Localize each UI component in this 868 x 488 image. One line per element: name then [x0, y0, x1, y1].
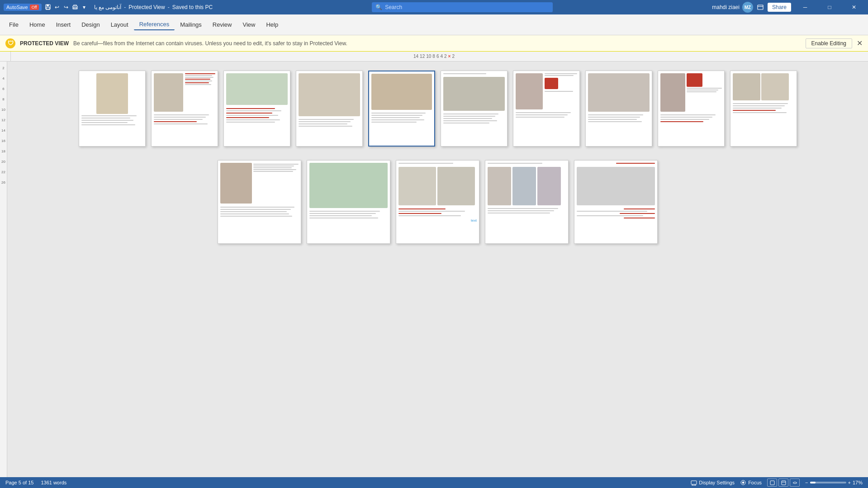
left-ruler: 2 4 6 8 10 12 14 16 18 20 22 26 — [0, 62, 7, 477]
page-thumb-9[interactable] — [658, 71, 725, 147]
user-avatar[interactable]: MZ — [742, 2, 753, 13]
protected-message: Be careful—files from the Internet can c… — [73, 40, 801, 47]
page-thumb-2[interactable] — [151, 71, 218, 147]
share-button[interactable]: Share — [768, 3, 791, 12]
user-name: mahdi ziaei — [712, 4, 740, 10]
separator2: - — [168, 4, 170, 10]
view-buttons — [767, 479, 800, 487]
page-row-1 — [79, 71, 797, 147]
page-thumb-10[interactable] — [730, 71, 797, 147]
tab-home[interactable]: Home — [24, 19, 51, 30]
page-thumb-1[interactable] — [79, 71, 146, 147]
ruler-mark: 2 — [444, 54, 447, 59]
print-preview-icon[interactable] — [71, 4, 79, 11]
ribbon: File Home Insert Design Layout Reference… — [0, 14, 868, 35]
page-thumb-13[interactable]: text — [396, 160, 479, 244]
minimize-button[interactable]: ─ — [795, 0, 816, 14]
svg-rect-1 — [47, 5, 49, 6]
ruler-mark: 10 — [426, 54, 431, 59]
focus-btn[interactable]: Focus — [740, 479, 762, 486]
ruler-area: 14 12 10 8 6 4 2 × 2 — [0, 52, 868, 62]
view-mode: Protected View — [128, 4, 165, 10]
zoom-slider[interactable] — [810, 482, 846, 483]
display-settings-btn[interactable]: Display Settings — [691, 479, 735, 486]
protected-icon: 🛡 — [5, 38, 15, 48]
zoom-bar: − + 17% — [805, 480, 863, 485]
tab-help[interactable]: Help — [261, 19, 284, 30]
protected-view-bar: 🛡 PROTECTED VIEW Be careful—files from t… — [0, 35, 868, 52]
ruler-mark-x: × — [448, 54, 451, 59]
tab-view[interactable]: View — [237, 19, 261, 30]
zoom-in-icon[interactable]: + — [848, 480, 851, 485]
print-view-button[interactable] — [767, 479, 777, 487]
zoom-out-icon[interactable]: − — [805, 480, 808, 485]
maximize-button[interactable]: □ — [819, 0, 840, 14]
status-right: Display Settings Focus − + 17% — [691, 479, 863, 487]
save-status: Saved to this PC — [172, 4, 213, 10]
tab-design[interactable]: Design — [76, 19, 105, 30]
tab-insert[interactable]: Insert — [51, 19, 76, 30]
tab-layout[interactable]: Layout — [105, 19, 134, 30]
autosave-toggle[interactable]: AutoSave Off — [4, 4, 42, 11]
page-thumb-6[interactable] — [441, 71, 508, 147]
tab-mailings[interactable]: Mailings — [175, 19, 207, 30]
page-thumb-8[interactable] — [585, 71, 652, 147]
focus-label: Focus — [748, 480, 762, 485]
ruler: 14 12 10 8 6 4 2 × 2 — [413, 54, 455, 59]
ruler-mark: 14 — [413, 54, 418, 59]
page-thumb-5[interactable] — [368, 71, 435, 147]
status-bar: Page 5 of 15 1361 words Display Settings… — [0, 477, 868, 488]
ruler-mark: 2 — [452, 54, 455, 59]
autosave-status: Off — [30, 5, 39, 10]
page-thumb-4[interactable] — [296, 71, 363, 147]
protected-title: PROTECTED VIEW — [20, 40, 69, 47]
svg-rect-14 — [782, 481, 786, 485]
page-thumb-12[interactable] — [307, 160, 390, 244]
save-icon[interactable] — [44, 4, 52, 11]
tab-references[interactable]: References — [134, 19, 175, 30]
display-settings-label: Display Settings — [699, 480, 735, 485]
title-right: mahdi ziaei MZ Share ─ □ ✕ — [712, 0, 864, 14]
tab-file[interactable]: File — [4, 19, 24, 30]
svg-rect-13 — [770, 481, 774, 485]
customize-icon[interactable]: ▾ — [81, 4, 88, 11]
svg-rect-5 — [758, 5, 763, 9]
search-bar[interactable]: 🔍 Search — [372, 2, 553, 12]
ruler-mark: 6 — [436, 54, 439, 59]
title-bar-left: AutoSave Off ↩ ↪ ▾ آناتومی مع یا - Prote… — [4, 4, 213, 11]
ruler-mark: 12 — [420, 54, 425, 59]
close-button[interactable]: ✕ — [844, 0, 864, 14]
user-info: mahdi ziaei MZ — [712, 2, 753, 13]
ruler-mark: 4 — [440, 54, 443, 59]
zoom-percent: 17% — [853, 480, 863, 485]
enable-editing-button[interactable]: Enable Editing — [806, 38, 852, 48]
ruler-mark: 8 — [432, 54, 435, 59]
autosave-text: AutoSave — [6, 5, 28, 10]
ribbon-display-icon[interactable] — [757, 4, 764, 11]
separator1: - — [124, 4, 126, 10]
document-area[interactable]: text — [7, 62, 868, 477]
svg-point-12 — [742, 482, 744, 483]
doc-title: آناتومی مع یا — [94, 4, 122, 10]
page-thumb-15[interactable] — [574, 160, 658, 244]
page-thumb-11[interactable] — [218, 160, 301, 244]
undo-icon[interactable]: ↩ — [53, 4, 61, 11]
main-area: 2 4 6 8 10 12 14 16 18 20 22 26 — [0, 62, 868, 477]
quick-access-toolbar: ↩ ↪ ▾ — [44, 4, 88, 11]
svg-rect-4 — [74, 7, 76, 9]
page-thumb-14[interactable] — [485, 160, 569, 244]
web-view-button[interactable] — [778, 479, 788, 487]
search-icon: 🔍 — [375, 4, 382, 10]
page-thumb-3[interactable] — [223, 71, 290, 147]
read-view-button[interactable] — [790, 479, 800, 487]
page-thumb-7[interactable] — [513, 71, 580, 147]
share-label: Share — [772, 4, 787, 10]
title-bar: AutoSave Off ↩ ↪ ▾ آناتومی مع یا - Prote… — [0, 0, 868, 14]
redo-icon[interactable]: ↪ — [62, 4, 70, 11]
search-text: Search — [385, 4, 402, 10]
tab-review[interactable]: Review — [207, 19, 237, 30]
svg-rect-7 — [691, 481, 697, 484]
status-left: Page 5 of 15 1361 words — [5, 480, 66, 485]
protected-close-button[interactable]: ✕ — [857, 39, 863, 47]
page-row-2: text — [218, 160, 658, 244]
